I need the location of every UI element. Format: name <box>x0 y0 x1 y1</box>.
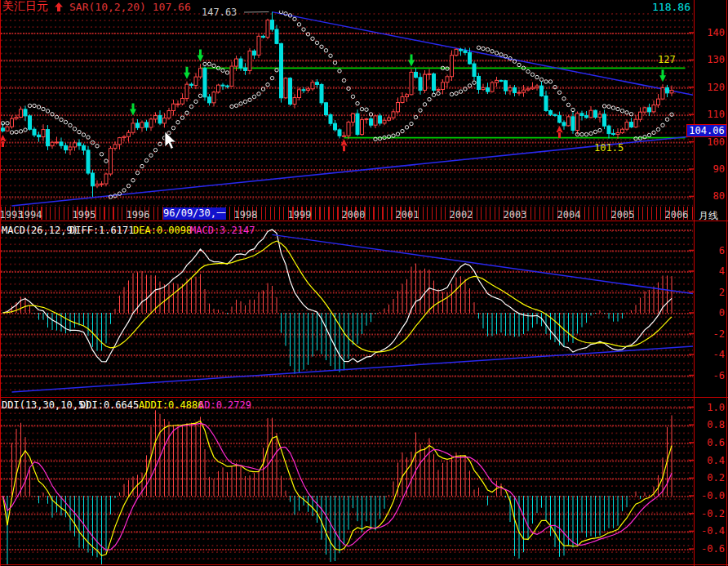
separator-macd-ddi <box>0 397 728 398</box>
axis-tick-label: 0.4 <box>692 456 725 466</box>
axis-tick-label: -6 <box>697 371 725 381</box>
right-border <box>726 0 727 566</box>
macd-title[interactable]: MACD(26,12,9) <box>2 225 78 236</box>
year-label: 1994 <box>19 209 42 221</box>
sar-value: 107.66 <box>153 1 191 13</box>
chart-canvas[interactable] <box>0 0 728 566</box>
support-price-label: 101.5 <box>594 142 624 154</box>
year-label: 1998 <box>234 209 258 221</box>
axis-tick-label: 100 <box>697 137 725 147</box>
year-label: 2004 <box>557 209 581 221</box>
axis-tick-label: -4 <box>697 350 725 359</box>
year-label: 2005 <box>611 209 635 221</box>
cursor-date-box: 96/09/30,一 <box>163 207 226 220</box>
separator-xaxis-macd <box>0 221 728 221</box>
buy-arrow-marker <box>341 139 348 151</box>
macd-diff-value: DIFF:1.6171 <box>69 225 134 236</box>
axis-tick-label: -0.6 <box>692 544 725 554</box>
year-label: 1995 <box>73 209 96 221</box>
year-label: 2002 <box>450 209 473 221</box>
year-label: 1999 <box>288 209 312 221</box>
axis-tick-label: -2 <box>697 329 725 339</box>
year-label: 2006 <box>665 209 689 221</box>
resistance-price-label: 127 <box>658 54 676 65</box>
axis-tick-label: 0.6 <box>692 438 725 448</box>
axis-tick-label: 110 <box>697 109 725 119</box>
chart-header: 美汇日元 SAR(10,2,20) 107.66 <box>2 1 191 12</box>
axis-tick-label: 2 <box>697 287 725 297</box>
axis-tick-label: -0.4 <box>692 526 725 536</box>
year-label: 1996 <box>127 209 150 221</box>
axis-tick-label: -0.0 <box>692 491 725 501</box>
ddi-addi-value: ADDI:0.4886 <box>139 399 203 411</box>
axis-tick-label: 4 <box>697 266 725 276</box>
axis-tick-label: 80 <box>697 191 725 201</box>
cursor-price-box: 104.06 <box>686 124 727 137</box>
main-price-layer <box>0 10 726 206</box>
axis-tick-label: -0.2 <box>692 509 725 519</box>
year-label: 2000 <box>342 209 366 221</box>
ddi-ad-value: AD:0.2729 <box>198 399 251 411</box>
ddi-layer <box>3 410 673 566</box>
mouse-cursor <box>0 0 728 566</box>
main-chart-grid <box>1 11 693 206</box>
sell-arrow-marker <box>659 69 666 82</box>
axis-tick-label: 140 <box>697 28 725 38</box>
year-label: 2001 <box>396 209 419 221</box>
up-arrow-icon <box>54 2 64 12</box>
peak-price-label: 147.63 <box>202 7 237 18</box>
chart-application-window: 美汇日元 SAR(10,2,20) 107.66 118.86 147.63 1… <box>0 0 728 566</box>
period-label[interactable]: 月线 <box>699 209 718 223</box>
sell-arrow-marker <box>184 67 190 79</box>
axis-tick-label: 130 <box>697 55 725 65</box>
last-price: 118.86 <box>641 1 690 13</box>
axis-tick-label: 6 <box>697 246 725 256</box>
axis-tick-label: 0.8 <box>692 420 725 430</box>
ddi-value: DDI:0.6645 <box>80 399 139 411</box>
ddi-title[interactable]: DDI(13,30,10,5) <box>2 399 90 411</box>
macd-layer <box>3 230 726 392</box>
macd-grid <box>1 222 693 396</box>
axis-tick-label: 120 <box>697 82 725 92</box>
sell-arrow-marker <box>130 103 136 115</box>
left-border <box>0 0 1 566</box>
symbol-name[interactable]: 美汇日元 <box>2 0 48 14</box>
sell-arrow-marker <box>198 49 204 61</box>
ddi-grid <box>1 398 693 564</box>
buy-arrow-marker <box>0 135 7 147</box>
axis-tick-label: 90 <box>697 164 725 174</box>
bottom-border <box>0 564 728 565</box>
axis-tick-label: 1.0 <box>692 403 725 412</box>
macd-dea-value: DEA:0.0098 <box>133 225 192 236</box>
sell-arrow-marker <box>408 55 415 67</box>
axis-tick-label: 0.2 <box>692 473 725 483</box>
axis-tick-label: 0 <box>697 308 725 318</box>
buy-arrow-marker <box>557 126 563 138</box>
macd-value: MACD:3.2147 <box>190 225 255 236</box>
indicator-label[interactable]: SAR(10,2,20) 107.66 <box>69 1 191 13</box>
year-label: 2003 <box>504 209 527 221</box>
